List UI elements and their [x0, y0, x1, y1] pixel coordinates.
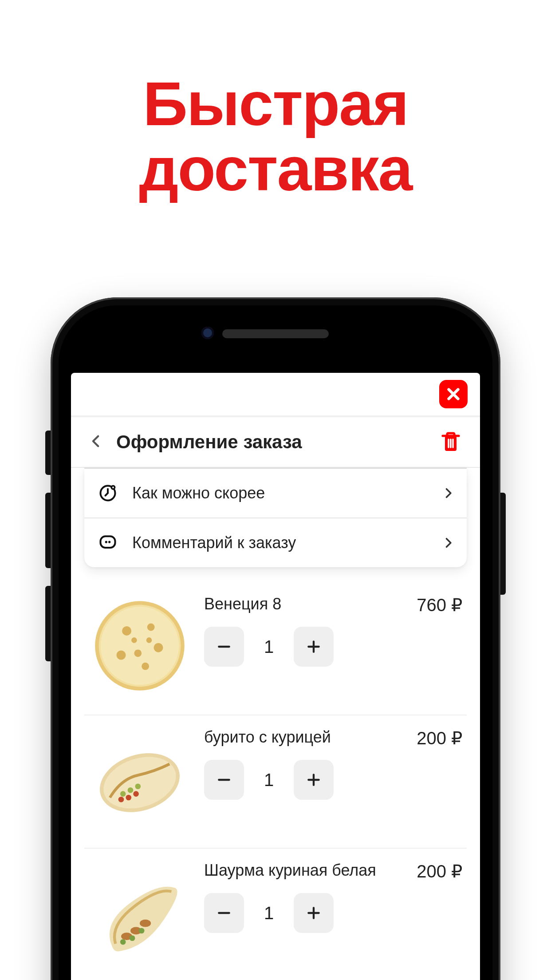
svg-point-19: [120, 791, 126, 797]
plus-icon: [305, 771, 323, 789]
close-icon: [445, 386, 461, 402]
hero-line1: Быстрая: [0, 71, 551, 136]
option-label: Как можно скорее: [132, 484, 429, 502]
qty-increase-button[interactable]: [294, 760, 334, 800]
quantity-stepper: 1: [204, 760, 462, 800]
item-thumbnail: [89, 595, 191, 697]
option-delivery-time[interactable]: Как можно скорее: [84, 468, 467, 518]
svg-point-21: [135, 784, 141, 790]
cart-items: Венеция 8 760 ₽ 1: [71, 582, 480, 980]
cart-item: Венеция 8 760 ₽ 1: [84, 582, 467, 715]
clock-icon: [97, 482, 119, 504]
header-left: Оформление заказа: [89, 431, 302, 453]
option-order-comment[interactable]: Комментарий к заказу: [84, 518, 467, 567]
hero-title: Быстрая доставка: [0, 71, 551, 202]
hero-line2: доставка: [0, 136, 551, 202]
item-main: Венеция 8 760 ₽ 1: [204, 595, 462, 667]
cart-item: Шаурма куриная белая 200 ₽ 1: [84, 849, 467, 980]
phone-volume-down: [45, 586, 51, 661]
svg-point-11: [154, 643, 163, 652]
page-title: Оформление заказа: [116, 431, 302, 453]
phone-mute-switch: [45, 431, 51, 475]
svg-point-24: [133, 791, 139, 797]
qty-value: 1: [260, 637, 278, 657]
svg-point-13: [117, 651, 126, 660]
chevron-left-icon: [89, 431, 104, 451]
phone-earpiece: [222, 329, 329, 338]
svg-point-10: [147, 624, 155, 631]
item-thumbnail: [89, 861, 191, 963]
svg-point-15: [131, 637, 137, 643]
cart-item: бурито с курицей 200 ₽ 1: [84, 715, 467, 849]
svg-point-8: [101, 607, 179, 685]
svg-point-14: [142, 663, 149, 670]
phone-front-camera: [201, 327, 214, 339]
chevron-right-icon: [442, 537, 454, 549]
item-price: 200 ₽: [417, 728, 462, 748]
app-screen: Оформление заказа: [71, 373, 480, 980]
svg-point-27: [140, 920, 151, 927]
plus-icon: [305, 904, 323, 922]
item-price: 200 ₽: [417, 861, 462, 881]
phone-frame: Оформление заказа: [51, 297, 500, 980]
svg-point-9: [122, 626, 131, 636]
qty-decrease-button[interactable]: [204, 760, 244, 800]
qty-decrease-button[interactable]: [204, 893, 244, 933]
svg-point-29: [130, 936, 135, 941]
svg-point-4: [105, 541, 107, 543]
option-label: Комментарий к заказу: [132, 533, 429, 552]
qty-increase-button[interactable]: [294, 893, 334, 933]
topbar: [71, 373, 480, 417]
svg-point-12: [134, 649, 142, 657]
clear-cart-button[interactable]: [439, 431, 462, 454]
trash-icon: [440, 431, 461, 454]
minus-icon: [215, 771, 233, 789]
item-main: Шаурма куриная белая 200 ₽ 1: [204, 861, 462, 933]
back-button[interactable]: [89, 431, 104, 453]
minus-icon: [215, 638, 233, 656]
item-price: 760 ₽: [417, 595, 462, 615]
wrap-icon: [93, 865, 186, 959]
close-button[interactable]: [439, 380, 468, 408]
item-name: бурито с курицей: [204, 728, 331, 747]
qty-increase-button[interactable]: [294, 627, 334, 667]
plus-icon: [305, 638, 323, 656]
item-name: Шаурма куриная белая: [204, 861, 376, 880]
chat-icon: [97, 532, 119, 554]
svg-point-16: [146, 637, 152, 643]
quantity-stepper: 1: [204, 627, 462, 667]
svg-point-20: [128, 787, 134, 793]
item-main: бурито с курицей 200 ₽ 1: [204, 728, 462, 800]
svg-point-5: [108, 541, 110, 543]
svg-point-28: [120, 939, 126, 945]
svg-point-22: [118, 797, 124, 802]
svg-rect-3: [101, 536, 115, 548]
burrito-icon: [93, 732, 186, 826]
order-options: Как можно скорее Комментарий к заказу: [84, 468, 467, 567]
pizza-icon: [93, 599, 186, 692]
item-thumbnail: [89, 728, 191, 830]
qty-decrease-button[interactable]: [204, 627, 244, 667]
minus-icon: [215, 904, 233, 922]
page-header: Оформление заказа: [71, 417, 480, 468]
svg-point-30: [139, 928, 145, 934]
svg-point-2: [111, 486, 114, 489]
phone-power-button: [500, 493, 506, 595]
svg-point-18: [97, 748, 183, 818]
qty-value: 1: [260, 770, 278, 790]
chevron-right-icon: [442, 487, 454, 499]
item-name: Венеция 8: [204, 595, 281, 613]
svg-point-23: [126, 795, 132, 801]
qty-value: 1: [260, 903, 278, 923]
phone-volume-up: [45, 493, 51, 568]
quantity-stepper: 1: [204, 893, 462, 933]
